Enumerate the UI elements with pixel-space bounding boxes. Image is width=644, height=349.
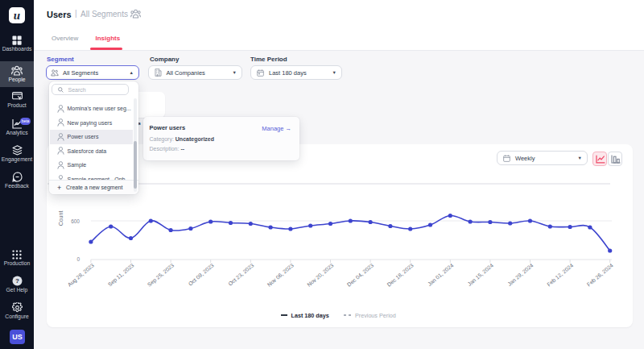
- svg-text:Nov 20, 2023: Nov 20, 2023: [306, 262, 335, 287]
- svg-text:Count: Count: [58, 211, 64, 226]
- svg-text:Sep 25, 2023: Sep 25, 2023: [147, 262, 175, 288]
- svg-text:Dec 04, 2023: Dec 04, 2023: [346, 262, 375, 287]
- svg-text:600: 600: [71, 218, 80, 224]
- svg-text:?: ?: [15, 277, 19, 285]
- svg-text:Sep 11, 2023: Sep 11, 2023: [107, 262, 136, 288]
- svg-text:0: 0: [76, 256, 80, 262]
- svg-text:Nov 06, 2023: Nov 06, 2023: [266, 262, 295, 287]
- svg-text:Feb 26, 2024: Feb 26, 2024: [586, 262, 614, 287]
- svg-text:Jan 15, 2024: Jan 15, 2024: [466, 262, 494, 287]
- svg-text:Oct 09, 2023: Oct 09, 2023: [188, 262, 215, 287]
- svg-text:Jan 01, 2024: Jan 01, 2024: [427, 262, 455, 287]
- svg-text:Dec 18, 2023: Dec 18, 2023: [386, 262, 415, 287]
- svg-text:Aug 28, 2023: Aug 28, 2023: [67, 262, 96, 288]
- svg-text:Feb 12, 2024: Feb 12, 2024: [546, 262, 574, 287]
- svg-text:Jan 29, 2024: Jan 29, 2024: [506, 262, 535, 287]
- svg-text:Oct 23, 2023: Oct 23, 2023: [227, 262, 254, 287]
